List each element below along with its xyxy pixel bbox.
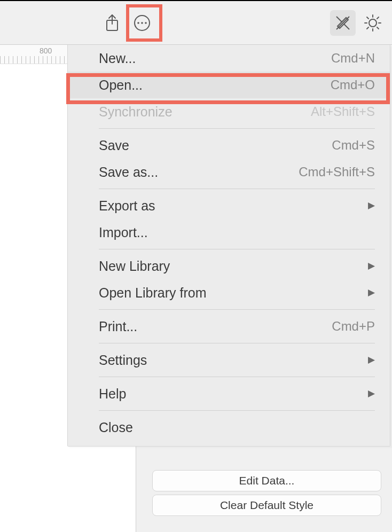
ruler-tick-label: 800: [40, 46, 52, 55]
menu-item-new[interactable]: New... Cmd+N: [68, 45, 390, 72]
menu-item-label: Export as: [99, 198, 155, 214]
svg-point-3: [141, 22, 143, 24]
menu-item-label: New...: [99, 50, 136, 66]
share-button[interactable]: [99, 10, 125, 36]
menu-separator: [99, 343, 375, 343]
edit-data-label: Edit Data...: [239, 474, 295, 487]
sun-icon: [364, 14, 381, 32]
menu-separator: [99, 309, 375, 310]
menu-item-new-library[interactable]: New Library ▶: [68, 253, 390, 279]
ruler-pencil-icon: [334, 14, 351, 32]
svg-line-11: [377, 27, 379, 29]
menu-item-label: Import...: [99, 224, 148, 240]
menu-item-save[interactable]: Save Cmd+S: [68, 132, 390, 159]
menu-separator: [99, 377, 375, 377]
menu-item-help[interactable]: Help ▶: [68, 380, 390, 407]
appearance-button[interactable]: [360, 10, 386, 36]
menu-item-save-as[interactable]: Save as... Cmd+Shift+S: [68, 159, 390, 185]
toolbar-right-group: [330, 10, 386, 36]
svg-line-10: [367, 17, 369, 19]
menu-separator: [99, 128, 375, 129]
menu-item-label: Save: [99, 137, 129, 153]
more-menu-button[interactable]: [129, 10, 155, 36]
menu-item-shortcut: Cmd+Shift+S: [299, 165, 375, 180]
panel-buttons: Edit Data... Clear Default Style: [152, 470, 381, 516]
menu-separator: [99, 410, 375, 411]
toolbar-left-group: [99, 1, 155, 44]
svg-point-4: [145, 22, 147, 24]
edit-data-button[interactable]: Edit Data...: [152, 470, 381, 491]
menu-item-label: Open...: [99, 77, 143, 93]
menu-item-print[interactable]: Print... Cmd+P: [68, 313, 390, 340]
svg-point-5: [369, 19, 377, 27]
menu-item-label: Settings: [99, 352, 147, 368]
menu-item-close[interactable]: Close: [68, 414, 390, 441]
menu-item-shortcut: Alt+Shift+S: [311, 104, 375, 120]
menu-item-label: New Library: [99, 258, 170, 274]
file-dropdown-menu: New... Cmd+N Open... Cmd+O Synchronize A…: [67, 45, 390, 447]
clear-default-style-label: Clear Default Style: [220, 499, 313, 512]
menu-item-import[interactable]: Import...: [68, 219, 390, 246]
menu-item-shortcut: Cmd+O: [331, 77, 375, 93]
menu-item-label: Open Library from: [99, 285, 206, 301]
chevron-right-icon: ▶: [368, 287, 375, 298]
menu-item-synchronize: Synchronize Alt+Shift+S: [68, 98, 390, 125]
menu-item-shortcut: Cmd+S: [332, 138, 375, 153]
menu-item-label: Help: [99, 386, 126, 402]
svg-line-13: [377, 17, 379, 19]
menu-item-label: Print...: [99, 318, 137, 334]
menu-item-shortcut: Cmd+P: [332, 319, 375, 334]
menu-item-export-as[interactable]: Export as ▶: [68, 192, 390, 219]
design-tools-button[interactable]: [330, 10, 356, 36]
menu-item-label: Save as...: [99, 164, 158, 180]
toolbar: [0, 0, 392, 45]
menu-item-shortcut: Cmd+N: [331, 51, 375, 66]
menu-item-open[interactable]: Open... Cmd+O: [68, 72, 390, 98]
chevron-right-icon: ▶: [368, 355, 375, 365]
menu-item-label: Synchronize: [99, 104, 173, 120]
menu-separator: [99, 249, 375, 249]
more-icon: [133, 14, 151, 32]
svg-point-2: [137, 22, 139, 24]
chevron-right-icon: ▶: [368, 388, 375, 399]
chevron-right-icon: ▶: [368, 200, 375, 211]
share-icon: [104, 14, 120, 32]
menu-item-open-library-from[interactable]: Open Library from ▶: [68, 279, 390, 306]
chevron-right-icon: ▶: [368, 261, 375, 271]
menu-separator: [99, 189, 375, 189]
clear-default-style-button[interactable]: Clear Default Style: [152, 495, 381, 516]
svg-line-12: [367, 27, 369, 29]
menu-item-label: Close: [99, 419, 133, 435]
menu-item-settings[interactable]: Settings ▶: [68, 347, 390, 373]
